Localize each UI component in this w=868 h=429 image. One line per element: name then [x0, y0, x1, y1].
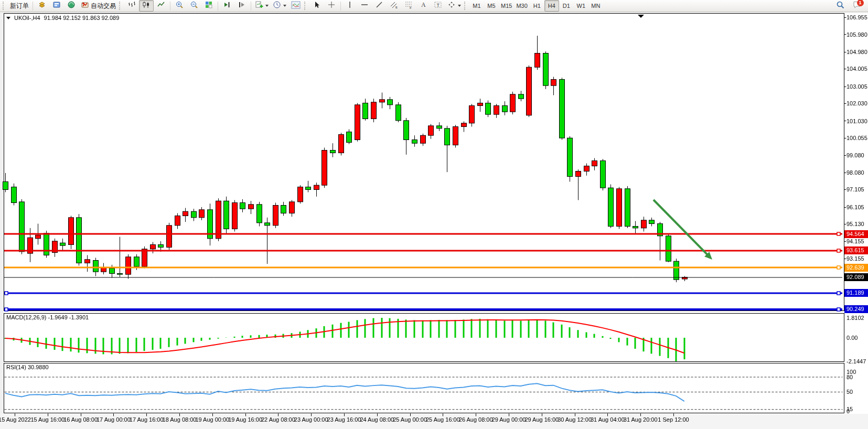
toolbar-separator [340, 2, 341, 10]
channel-button[interactable]: E [387, 0, 401, 12]
macd-axis-label: 0.00 [846, 335, 858, 341]
tf-m1-button[interactable]: M1 [469, 0, 484, 12]
time-axis-label: 16 Aug 08:00 [63, 416, 98, 423]
search-button[interactable] [833, 0, 848, 12]
price-tag: 92.639 [844, 264, 868, 272]
zoom-out-button[interactable] [187, 0, 201, 12]
chart-menu-arrow-icon[interactable] [6, 17, 10, 19]
hline-button[interactable] [357, 0, 372, 12]
tile-windows-button[interactable] [201, 0, 216, 12]
channel-icon: E [390, 1, 398, 11]
tf-d1-button[interactable]: D1 [559, 0, 574, 12]
time-axis-label: 17 Aug 00:00 [97, 416, 131, 423]
zoom-in-icon [175, 1, 184, 11]
candle-chart-button[interactable] [139, 0, 154, 12]
cursor-button[interactable] [309, 0, 324, 12]
notifications-button[interactable]: 1 [850, 0, 864, 12]
search-icon [836, 1, 845, 12]
tf-h4-button-label: H4 [548, 3, 555, 9]
time-axis-label: 31 Aug 20:00 [624, 416, 658, 423]
indicators-button[interactable] [288, 0, 303, 12]
price-axis-label: 93.155 [846, 255, 864, 262]
rsi-axis-label: 80 [846, 374, 853, 380]
time-axis-label: 15 Aug 16:00 [30, 416, 65, 423]
chart-ohlc-values: 91.984 92.152 91.863 92.089 [44, 15, 120, 21]
data-window-button[interactable] [49, 0, 64, 12]
arrows-button-dropdown-icon[interactable] [458, 5, 461, 7]
tf-m15-button[interactable]: M15 [499, 0, 514, 12]
market-watch-button[interactable] [35, 0, 49, 12]
arrows-icon [447, 1, 456, 11]
tf-mn-button[interactable]: MN [588, 0, 603, 12]
tf-w1-button-label: W1 [577, 3, 586, 9]
tf-m15-button-label: M15 [501, 3, 512, 9]
autotrading-button[interactable]: 自动交易 [79, 0, 118, 12]
new-chart-button[interactable] [253, 0, 271, 12]
toolbar-drag-handle [119, 2, 122, 10]
chart-shift-button[interactable] [234, 0, 249, 12]
toolbar: 新订单自动交易EFATM1M5M15M30H1H4D1W1MN1 [0, 0, 868, 12]
bar-chart-icon [127, 1, 136, 11]
auto-scroll-button[interactable] [220, 0, 234, 12]
navigator-icon [67, 1, 76, 11]
svg-text:A: A [421, 1, 426, 8]
time-axis-label: 19 Aug 00:00 [195, 416, 229, 423]
tf-m5-button-label: M5 [487, 3, 495, 9]
zoom-out-icon [190, 1, 198, 11]
time-axis-label: 18 Aug 08:00 [163, 416, 197, 423]
price-axis-label: 103.005 [846, 83, 867, 90]
trendline-button[interactable] [372, 0, 387, 12]
price-tag: 91.189 [844, 289, 868, 297]
tile-windows-icon [205, 1, 213, 11]
label-button[interactable]: T [431, 0, 445, 12]
new-chart-button-dropdown-icon[interactable] [265, 5, 269, 7]
hline-icon [360, 1, 369, 11]
chart-canvas[interactable] [0, 12, 868, 429]
price-tag: 93.615 [844, 246, 868, 254]
label-icon: T [434, 1, 442, 11]
period-button-dropdown-icon[interactable] [283, 5, 286, 7]
toolbar-drag-handle [3, 2, 6, 10]
rsi-indicator-label: RSI(14) 30.9880 [6, 364, 49, 370]
market-watch-icon [38, 1, 46, 11]
tf-m30-button[interactable]: M30 [514, 0, 529, 12]
crosshair-button[interactable] [324, 0, 339, 12]
tf-m5-button[interactable]: M5 [484, 0, 499, 12]
chart-symbol-period: UKOil-,H4 [14, 15, 40, 21]
period-icon [273, 1, 281, 11]
time-axis-label: 23 Aug 16:00 [327, 416, 361, 423]
svg-text:E: E [395, 6, 398, 9]
price-axis-label: 104.980 [846, 49, 867, 55]
time-axis-label: 29 Aug 00:00 [492, 416, 526, 423]
autotrading-button-label: 自动交易 [91, 2, 116, 10]
new-order-button-label: 新订单 [10, 2, 29, 10]
vline-button[interactable] [342, 0, 357, 12]
zoom-in-button[interactable] [172, 0, 187, 12]
tf-h4-button[interactable]: H4 [544, 0, 559, 12]
bar-chart-button[interactable] [124, 0, 139, 12]
chart-shift-icon [238, 1, 246, 11]
new-chart-icon [255, 1, 263, 11]
tf-m30-button-label: M30 [516, 3, 527, 9]
time-axis-label: 15 Aug 2022 [0, 416, 31, 423]
navigator-button[interactable] [64, 0, 79, 12]
price-axis-label: 95.130 [846, 221, 864, 227]
candle-chart-icon [142, 1, 151, 11]
new-order-button[interactable]: 新订单 [8, 0, 31, 12]
price-axis-label: 97.105 [846, 186, 864, 192]
period-button[interactable] [271, 0, 288, 12]
cursor-icon [313, 1, 321, 11]
text-button[interactable]: A [416, 0, 431, 12]
price-axis-label: 98.080 [846, 169, 864, 176]
autotrading-icon [81, 1, 89, 11]
fibonacci-button[interactable]: F [401, 0, 416, 12]
time-axis-label: 24 Aug 08:00 [360, 416, 394, 423]
text-icon: A [419, 1, 427, 11]
price-axis-label: 101.030 [846, 118, 867, 124]
tf-w1-button[interactable]: W1 [574, 0, 588, 12]
toolbar-separator [170, 2, 170, 10]
tf-m1-button-label: M1 [473, 3, 480, 9]
arrows-button[interactable] [445, 0, 463, 12]
tf-h1-button[interactable]: H1 [530, 0, 544, 12]
line-chart-button[interactable] [154, 0, 168, 12]
